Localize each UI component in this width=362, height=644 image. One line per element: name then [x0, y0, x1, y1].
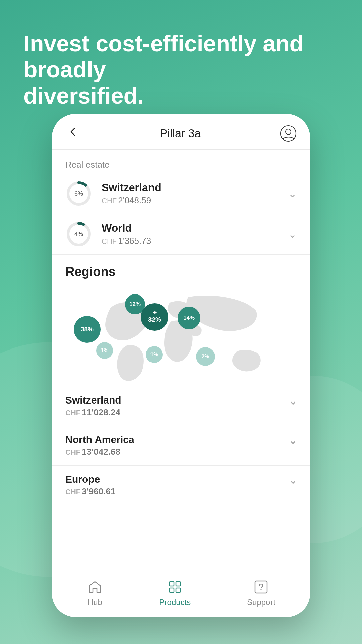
- region-europe-chevron: ⌄: [289, 475, 297, 486]
- products-label: Products: [159, 598, 191, 607]
- region-switzerland-amount: CHF11'028.24: [65, 407, 121, 418]
- region-north-america-row[interactable]: North America CHF13'042.68 ⌄: [52, 426, 310, 466]
- world-percent: 4%: [74, 231, 83, 238]
- profile-icon[interactable]: [280, 125, 297, 142]
- help-icon: [253, 579, 269, 595]
- world-chevron: ⌄: [288, 228, 297, 240]
- region-switzerland-row[interactable]: Switzerland CHF11'028.24 ⌄: [52, 386, 310, 426]
- bubble-south-america: 1%: [96, 342, 113, 359]
- region-north-america-amount: CHF13'042.68: [65, 447, 134, 457]
- headline-line2: diversified.: [23, 83, 144, 108]
- world-info: World CHF1'365.73: [102, 222, 288, 246]
- bubble-asia: 14%: [178, 307, 200, 329]
- svg-rect-9: [176, 588, 180, 592]
- real-estate-world-row[interactable]: 4% World CHF1'365.73 ⌄: [52, 214, 310, 255]
- switzerland-percent: 6%: [74, 190, 83, 197]
- world-map-container: 38% 12% ✚ 32% 14% 1% 1% 2%: [59, 286, 303, 386]
- svg-rect-8: [170, 588, 174, 592]
- region-switzerland-name: Switzerland CHF11'028.24 ⌄: [65, 394, 297, 418]
- regions-title: Regions: [65, 265, 297, 279]
- real-estate-label: Real estate: [52, 150, 310, 173]
- region-europe-row[interactable]: Europe CHF3'960.61 ⌄: [52, 466, 310, 505]
- svg-rect-10: [255, 581, 267, 593]
- regions-section: Regions: [52, 255, 310, 286]
- headline: Invest cost-efficiently and broadly dive…: [23, 30, 339, 109]
- nav-support[interactable]: Support: [247, 579, 275, 607]
- switzerland-chevron: ⌄: [288, 188, 297, 200]
- phone-mockup: Pillar 3a Real estate 6% Switzerland CHF…: [52, 114, 310, 617]
- switzerland-amount: CHF2'048.59: [102, 195, 288, 206]
- world-donut: 4%: [65, 221, 92, 248]
- bubble-middle-east: 1%: [146, 346, 163, 363]
- bubble-australia: 2%: [196, 347, 215, 366]
- screen-title: Pillar 3a: [160, 127, 201, 140]
- headline-line1: Invest cost-efficiently and broadly: [23, 31, 303, 82]
- back-button[interactable]: [65, 124, 81, 143]
- phone-header: Pillar 3a: [52, 114, 310, 150]
- region-europe-amount: CHF3'960.61: [65, 486, 115, 497]
- region-north-america-name: North America CHF13'042.68 ⌄: [65, 434, 297, 457]
- bubble-north-america: 38%: [74, 316, 101, 343]
- region-switzerland-chevron: ⌄: [289, 396, 297, 407]
- region-europe-name: Europe CHF3'960.61 ⌄: [65, 474, 297, 497]
- switzerland-donut: 6%: [65, 180, 92, 207]
- hub-label: Hub: [87, 598, 102, 607]
- nav-products[interactable]: Products: [159, 579, 191, 607]
- svg-point-1: [286, 129, 291, 135]
- switzerland-name: Switzerland: [102, 181, 288, 194]
- switzerland-info: Switzerland CHF2'048.59: [102, 181, 288, 206]
- support-label: Support: [247, 598, 275, 607]
- nav-hub[interactable]: Hub: [87, 579, 103, 607]
- home-icon: [87, 579, 103, 595]
- region-north-america-chevron: ⌄: [289, 435, 297, 446]
- world-name: World: [102, 222, 288, 234]
- grid-icon: [167, 579, 183, 595]
- bottom-nav: Hub Products Support: [52, 572, 310, 617]
- phone-content: Real estate 6% Switzerland CHF2'048.59 ⌄: [52, 150, 310, 572]
- bubble-switzerland: ✚ 32%: [141, 303, 168, 331]
- world-amount: CHF1'365.73: [102, 236, 288, 246]
- svg-rect-6: [170, 582, 174, 586]
- real-estate-switzerland-row[interactable]: 6% Switzerland CHF2'048.59 ⌄: [52, 173, 310, 214]
- svg-rect-7: [176, 582, 180, 586]
